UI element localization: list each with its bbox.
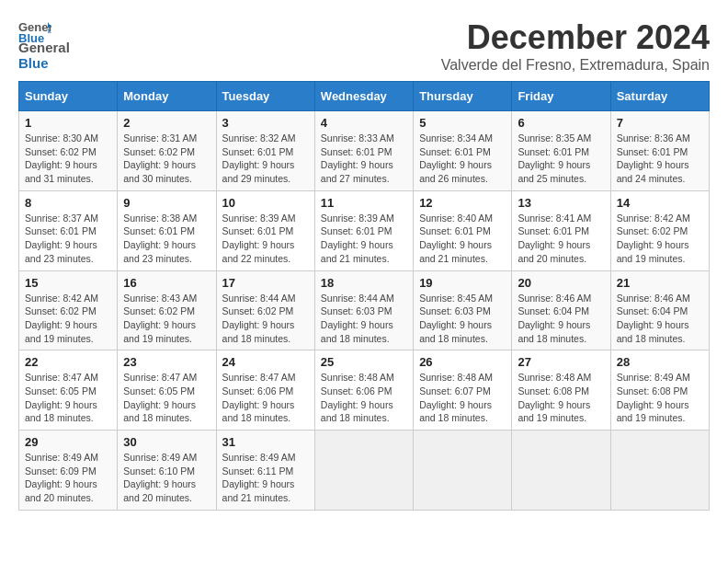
day-number: 21 bbox=[617, 276, 703, 290]
calendar-day-cell: 22Sunrise: 8:47 AM Sunset: 6:05 PM Dayli… bbox=[19, 350, 118, 431]
calendar-day-cell: 3Sunrise: 8:32 AM Sunset: 6:01 PM Daylig… bbox=[216, 111, 314, 191]
calendar-week-row: 29Sunrise: 8:49 AM Sunset: 6:09 PM Dayli… bbox=[19, 431, 710, 511]
day-info: Sunrise: 8:49 AM Sunset: 6:10 PM Dayligh… bbox=[123, 451, 210, 505]
calendar-day-cell bbox=[314, 431, 413, 511]
calendar-day-cell: 21Sunrise: 8:46 AM Sunset: 6:04 PM Dayli… bbox=[610, 270, 709, 350]
day-info: Sunrise: 8:43 AM Sunset: 6:02 PM Dayligh… bbox=[123, 292, 210, 346]
day-number: 9 bbox=[123, 196, 210, 210]
day-number: 7 bbox=[617, 116, 703, 130]
calendar-week-row: 1Sunrise: 8:30 AM Sunset: 6:02 PM Daylig… bbox=[19, 111, 710, 191]
day-number: 12 bbox=[419, 196, 506, 210]
day-number: 24 bbox=[222, 355, 309, 369]
month-title: December 2024 bbox=[441, 18, 710, 57]
day-number: 28 bbox=[617, 355, 703, 369]
calendar-day-cell: 5Sunrise: 8:34 AM Sunset: 6:01 PM Daylig… bbox=[414, 111, 512, 191]
day-number: 14 bbox=[617, 196, 703, 210]
day-number: 2 bbox=[123, 116, 210, 130]
day-of-week-header: Monday bbox=[118, 82, 216, 111]
day-number: 4 bbox=[321, 116, 407, 130]
day-info: Sunrise: 8:49 AM Sunset: 6:09 PM Dayligh… bbox=[25, 451, 111, 505]
calendar-day-cell: 15Sunrise: 8:42 AM Sunset: 6:02 PM Dayli… bbox=[19, 270, 118, 350]
day-info: Sunrise: 8:38 AM Sunset: 6:01 PM Dayligh… bbox=[123, 212, 210, 266]
calendar-day-cell: 19Sunrise: 8:45 AM Sunset: 6:03 PM Dayli… bbox=[414, 270, 512, 350]
day-info: Sunrise: 8:32 AM Sunset: 6:01 PM Dayligh… bbox=[222, 132, 309, 186]
calendar-body: 1Sunrise: 8:30 AM Sunset: 6:02 PM Daylig… bbox=[19, 111, 710, 511]
calendar-week-row: 8Sunrise: 8:37 AM Sunset: 6:01 PM Daylig… bbox=[19, 190, 710, 270]
calendar-day-cell: 26Sunrise: 8:48 AM Sunset: 6:07 PM Dayli… bbox=[414, 350, 512, 431]
day-info: Sunrise: 8:39 AM Sunset: 6:01 PM Dayligh… bbox=[222, 212, 309, 266]
day-info: Sunrise: 8:44 AM Sunset: 6:02 PM Dayligh… bbox=[222, 292, 309, 346]
day-number: 5 bbox=[419, 116, 506, 130]
day-info: Sunrise: 8:48 AM Sunset: 6:08 PM Dayligh… bbox=[518, 371, 604, 425]
day-info: Sunrise: 8:41 AM Sunset: 6:01 PM Dayligh… bbox=[518, 212, 604, 266]
day-number: 8 bbox=[25, 196, 111, 210]
day-info: Sunrise: 8:35 AM Sunset: 6:01 PM Dayligh… bbox=[518, 132, 604, 186]
calendar-day-cell: 25Sunrise: 8:48 AM Sunset: 6:06 PM Dayli… bbox=[314, 350, 413, 431]
calendar-day-cell: 18Sunrise: 8:44 AM Sunset: 6:03 PM Dayli… bbox=[314, 270, 413, 350]
day-of-week-header: Sunday bbox=[19, 82, 118, 111]
day-of-week-header: Tuesday bbox=[216, 82, 314, 111]
calendar-day-cell bbox=[512, 431, 610, 511]
calendar-day-cell: 8Sunrise: 8:37 AM Sunset: 6:01 PM Daylig… bbox=[19, 190, 118, 270]
day-info: Sunrise: 8:42 AM Sunset: 6:02 PM Dayligh… bbox=[25, 292, 111, 346]
day-number: 27 bbox=[518, 355, 604, 369]
day-number: 20 bbox=[518, 276, 604, 290]
calendar-day-cell: 13Sunrise: 8:41 AM Sunset: 6:01 PM Dayli… bbox=[512, 190, 610, 270]
calendar-day-cell: 29Sunrise: 8:49 AM Sunset: 6:09 PM Dayli… bbox=[19, 431, 118, 511]
day-info: Sunrise: 8:46 AM Sunset: 6:04 PM Dayligh… bbox=[518, 292, 604, 346]
day-number: 30 bbox=[123, 435, 210, 449]
calendar-week-row: 15Sunrise: 8:42 AM Sunset: 6:02 PM Dayli… bbox=[19, 270, 710, 350]
day-info: Sunrise: 8:47 AM Sunset: 6:05 PM Dayligh… bbox=[123, 371, 210, 425]
calendar-table: SundayMondayTuesdayWednesdayThursdayFrid… bbox=[18, 81, 710, 511]
day-info: Sunrise: 8:44 AM Sunset: 6:03 PM Dayligh… bbox=[321, 292, 407, 346]
calendar-day-cell bbox=[610, 431, 709, 511]
calendar-day-cell: 24Sunrise: 8:47 AM Sunset: 6:06 PM Dayli… bbox=[216, 350, 314, 431]
calendar-week-row: 22Sunrise: 8:47 AM Sunset: 6:05 PM Dayli… bbox=[19, 350, 710, 431]
calendar-day-cell: 20Sunrise: 8:46 AM Sunset: 6:04 PM Dayli… bbox=[512, 270, 610, 350]
calendar-day-cell: 11Sunrise: 8:39 AM Sunset: 6:01 PM Dayli… bbox=[314, 190, 413, 270]
day-info: Sunrise: 8:46 AM Sunset: 6:04 PM Dayligh… bbox=[617, 292, 703, 346]
day-info: Sunrise: 8:45 AM Sunset: 6:03 PM Dayligh… bbox=[419, 292, 506, 346]
day-number: 3 bbox=[222, 116, 309, 130]
logo-general-text: General bbox=[18, 40, 70, 56]
day-number: 18 bbox=[321, 276, 407, 290]
day-info: Sunrise: 8:47 AM Sunset: 6:05 PM Dayligh… bbox=[25, 371, 111, 425]
calendar-day-cell: 17Sunrise: 8:44 AM Sunset: 6:02 PM Dayli… bbox=[216, 270, 314, 350]
day-info: Sunrise: 8:48 AM Sunset: 6:07 PM Dayligh… bbox=[419, 371, 506, 425]
logo: General Blue General Blue bbox=[18, 18, 70, 71]
day-number: 17 bbox=[222, 276, 309, 290]
day-info: Sunrise: 8:47 AM Sunset: 6:06 PM Dayligh… bbox=[222, 371, 309, 425]
calendar-day-cell: 12Sunrise: 8:40 AM Sunset: 6:01 PM Dayli… bbox=[414, 190, 512, 270]
day-info: Sunrise: 8:37 AM Sunset: 6:01 PM Dayligh… bbox=[25, 212, 111, 266]
day-info: Sunrise: 8:33 AM Sunset: 6:01 PM Dayligh… bbox=[321, 132, 407, 186]
calendar-day-cell: 14Sunrise: 8:42 AM Sunset: 6:02 PM Dayli… bbox=[610, 190, 709, 270]
day-info: Sunrise: 8:40 AM Sunset: 6:01 PM Dayligh… bbox=[419, 212, 506, 266]
day-number: 15 bbox=[25, 276, 111, 290]
day-number: 26 bbox=[419, 355, 506, 369]
calendar-day-cell: 9Sunrise: 8:38 AM Sunset: 6:01 PM Daylig… bbox=[118, 190, 216, 270]
day-number: 19 bbox=[419, 276, 506, 290]
page-header: General Blue General Blue December 2024 … bbox=[18, 18, 710, 74]
calendar-day-cell bbox=[414, 431, 512, 511]
day-info: Sunrise: 8:48 AM Sunset: 6:06 PM Dayligh… bbox=[321, 371, 407, 425]
day-info: Sunrise: 8:39 AM Sunset: 6:01 PM Dayligh… bbox=[321, 212, 407, 266]
day-number: 25 bbox=[321, 355, 407, 369]
day-info: Sunrise: 8:49 AM Sunset: 6:11 PM Dayligh… bbox=[222, 451, 309, 505]
day-number: 6 bbox=[518, 116, 604, 130]
calendar-day-cell: 6Sunrise: 8:35 AM Sunset: 6:01 PM Daylig… bbox=[512, 111, 610, 191]
calendar-day-cell: 23Sunrise: 8:47 AM Sunset: 6:05 PM Dayli… bbox=[118, 350, 216, 431]
day-of-week-header: Friday bbox=[512, 82, 610, 111]
day-number: 10 bbox=[222, 196, 309, 210]
day-number: 31 bbox=[222, 435, 309, 449]
calendar-day-cell: 30Sunrise: 8:49 AM Sunset: 6:10 PM Dayli… bbox=[118, 431, 216, 511]
day-info: Sunrise: 8:42 AM Sunset: 6:02 PM Dayligh… bbox=[617, 212, 703, 266]
day-info: Sunrise: 8:49 AM Sunset: 6:08 PM Dayligh… bbox=[617, 371, 703, 425]
day-number: 23 bbox=[123, 355, 210, 369]
calendar-day-cell: 27Sunrise: 8:48 AM Sunset: 6:08 PM Dayli… bbox=[512, 350, 610, 431]
calendar-day-cell: 16Sunrise: 8:43 AM Sunset: 6:02 PM Dayli… bbox=[118, 270, 216, 350]
day-number: 11 bbox=[321, 196, 407, 210]
day-of-week-header: Thursday bbox=[414, 82, 512, 111]
day-of-week-header: Saturday bbox=[610, 82, 709, 111]
calendar-day-cell: 2Sunrise: 8:31 AM Sunset: 6:02 PM Daylig… bbox=[118, 111, 216, 191]
day-info: Sunrise: 8:34 AM Sunset: 6:01 PM Dayligh… bbox=[419, 132, 506, 186]
